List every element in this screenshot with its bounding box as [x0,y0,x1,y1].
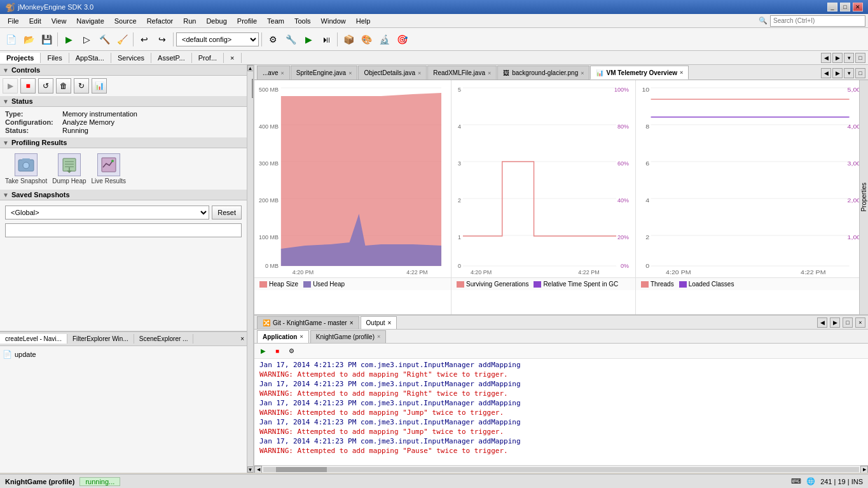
refresh-button[interactable]: ↻ [74,78,89,94]
out-stop-btn[interactable]: ■ [271,345,284,357]
editor-tab-ave[interactable]: ...ave × [257,66,290,80]
kg-subtab-close[interactable]: × [377,333,380,340]
build-button[interactable]: 🔨 [96,31,113,48]
controls-collapse[interactable]: ▼ [3,67,9,74]
menu-source[interactable]: Source [109,16,142,26]
menu-edit[interactable]: Edit [24,16,46,26]
tool-btn1[interactable]: 📦 [340,31,357,48]
output-tab-output[interactable]: Output × [361,316,397,329]
undo-button[interactable]: ↩ [136,31,153,48]
tab-close[interactable]: × [680,69,683,76]
out-play-btn[interactable]: ▶ [257,345,270,357]
tool-btn4[interactable]: 🎯 [394,31,410,48]
editor-tab-glacier[interactable]: 🖼 background-glacier.png × [497,66,589,80]
out-nav-right[interactable]: ▶ [830,317,840,328]
minimize-button[interactable]: _ [827,3,837,11]
save-button[interactable]: 💾 [38,31,55,48]
nav-tab3[interactable]: SceneExplorer ... [134,334,194,344]
dump-heap-btn[interactable]: Dump Heap [52,153,86,185]
tabs-dropdown[interactable]: ▾ [844,68,854,78]
panel-tab-prof[interactable]: Prof... [192,53,224,63]
close-button[interactable]: ✕ [853,3,863,11]
panel-close-btn[interactable]: × [238,335,247,342]
snapshots-collapse[interactable]: ▼ [3,192,9,199]
menu-team[interactable]: Team [262,16,289,26]
editor-tab-xml[interactable]: ReadXMLFile.java × [427,66,497,80]
scroll-up[interactable]: ▲ [247,65,254,71]
nav-tab1[interactable]: createLevel - Navi... [0,334,67,344]
panel-maximize[interactable]: □ [855,53,865,63]
restart-button[interactable]: ↺ [38,78,53,94]
redo-button[interactable]: ↪ [154,31,170,48]
results-collapse[interactable]: ▼ [3,139,9,146]
out-close[interactable]: × [855,317,865,328]
panel-tab-files[interactable]: Files [41,53,69,63]
hscroll-right[interactable]: ▶ [860,466,868,473]
tabs-nav-left[interactable]: ◀ [821,68,831,78]
out-settings-btn[interactable]: ⚙ [285,345,298,357]
tab-close[interactable]: × [348,70,352,76]
profile-btn2[interactable]: 🔧 [282,31,299,48]
menu-profile[interactable]: Profile [232,16,262,26]
panel-dropdown[interactable]: ▾ [844,53,854,63]
menu-navigate[interactable]: Navigate [71,16,109,26]
menu-window[interactable]: Window [316,16,351,26]
chart-button[interactable]: 📊 [92,78,107,94]
editor-tab-object[interactable]: ObjectDetails.java × [358,66,427,80]
menu-file[interactable]: File [3,16,24,26]
tool-btn3[interactable]: 🔬 [376,31,392,48]
tab-close[interactable]: × [488,70,491,76]
editor-tab-vm[interactable]: 📊 VM Telemetry Overview × [590,66,689,80]
play-button[interactable]: ▶ [3,78,18,94]
open-button[interactable]: 📂 [20,31,37,48]
out-nav-left[interactable]: ◀ [817,317,827,328]
tabs-maximize[interactable]: □ [855,68,865,78]
panel-nav-left[interactable]: ◀ [821,53,831,63]
clean-button[interactable]: 🧹 [114,31,130,48]
hscroll-left[interactable]: ◀ [254,466,262,473]
tab-close[interactable]: × [581,70,584,76]
app-subtab-close[interactable]: × [300,333,303,340]
menu-debug[interactable]: Debug [201,16,231,26]
tab-close[interactable]: × [418,70,421,76]
scroll-down[interactable]: ▼ [247,466,254,473]
profile-btn1[interactable]: ⚙ [265,31,281,48]
tool-btn2[interactable]: 🎨 [358,31,375,48]
panel-tab-services[interactable]: Services [111,53,151,63]
new-button[interactable]: 📄 [3,31,19,48]
take-snapshot-btn[interactable]: Take Snapshot [5,153,47,185]
output-tab-git[interactable]: 🔀 Git - KnightGame - master × [257,316,359,329]
menu-help[interactable]: Help [351,16,376,26]
menu-run[interactable]: Run [178,16,201,26]
profile-run2[interactable]: ⏯ [318,31,334,48]
output-tab-close[interactable]: × [388,319,392,326]
config-select[interactable]: <default config> [176,32,259,46]
hscroll-thumb[interactable] [276,467,327,472]
maximize-button[interactable]: □ [840,3,850,11]
run-profile-button[interactable]: ▶ [300,31,317,48]
run-button[interactable]: ▶ [60,31,77,48]
git-tab-close[interactable]: × [350,319,354,326]
panel-tab-projects[interactable]: Projects [0,53,41,63]
subtab-knightgame[interactable]: KnightGame (profile) × [310,330,387,343]
panel-tab-assetp[interactable]: AssetP... [151,53,192,63]
subtab-application[interactable]: Application × [257,330,309,343]
out-maximize[interactable]: □ [843,317,853,328]
menu-tools[interactable]: Tools [289,16,316,26]
panel-tab-appstate[interactable]: AppSta... [69,53,111,63]
stop-button[interactable]: ■ [20,78,36,94]
status-collapse[interactable]: ▼ [3,98,9,105]
snapshot-input[interactable] [5,223,242,237]
editor-tab-sprite[interactable]: SpriteEngine.java × [291,66,358,80]
nav-tab2[interactable]: FilterExplorer Win... [67,334,134,344]
panel-tab-close[interactable]: × [224,53,241,63]
live-results-btn[interactable]: Live Results [92,153,126,185]
snapshot-select[interactable]: <Global> [5,206,209,220]
tab-close[interactable]: × [280,70,284,76]
reset-results-button[interactable]: 🗑 [56,78,71,94]
tabs-nav-right[interactable]: ▶ [832,68,843,78]
scroll-thumb[interactable] [252,79,254,98]
reset-button[interactable]: Reset [212,206,242,220]
menu-view[interactable]: View [46,16,72,26]
menu-refactor[interactable]: Refactor [142,16,179,26]
